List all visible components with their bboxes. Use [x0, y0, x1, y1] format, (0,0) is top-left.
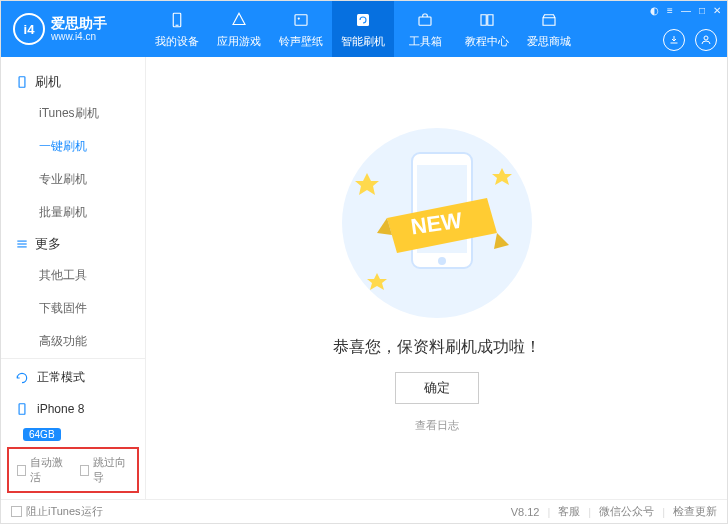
toolbox-icon [415, 10, 435, 30]
book-icon [477, 10, 497, 30]
phone-icon [167, 10, 187, 30]
success-message: 恭喜您，保资料刷机成功啦！ [333, 337, 541, 358]
svg-rect-5 [419, 17, 431, 25]
version-label: V8.12 [511, 506, 540, 518]
sidebar-item-pro-flash[interactable]: 专业刷机 [1, 163, 145, 196]
sidebar-item-batch-flash[interactable]: 批量刷机 [1, 196, 145, 229]
window-controls: ◐ ≡ — □ ✕ [650, 5, 721, 16]
nav-flash[interactable]: 智能刷机 [332, 1, 394, 57]
svg-rect-2 [295, 14, 307, 25]
maximize-icon[interactable]: □ [699, 5, 705, 16]
success-illustration: NEW [337, 123, 537, 323]
nav-ringtones[interactable]: 铃声壁纸 [270, 1, 332, 57]
view-log-link[interactable]: 查看日志 [415, 418, 459, 433]
svg-point-18 [438, 257, 446, 265]
sidebar: 刷机 iTunes刷机 一键刷机 专业刷机 批量刷机 更多 其他工具 下载固件 … [1, 57, 146, 499]
nav-apps[interactable]: 应用游戏 [208, 1, 270, 57]
sidebar-item-advanced[interactable]: 高级功能 [1, 325, 145, 358]
nav-store[interactable]: 爱思商城 [518, 1, 580, 57]
user-button[interactable] [695, 29, 717, 51]
skin-icon[interactable]: ◐ [650, 5, 659, 16]
app-subtitle: www.i4.cn [51, 31, 107, 43]
app-title: 爱思助手 [51, 15, 107, 32]
phone-icon [15, 402, 29, 416]
svg-rect-4 [357, 14, 369, 26]
nav-toolbox[interactable]: 工具箱 [394, 1, 456, 57]
menu-icon[interactable]: ≡ [667, 5, 673, 16]
svg-rect-11 [19, 404, 25, 415]
storage-badge: 64GB [23, 428, 61, 441]
mode-selector[interactable]: 正常模式 [1, 359, 145, 396]
checkbox-auto-activate[interactable]: 自动激活 [17, 455, 66, 485]
close-icon[interactable]: ✕ [713, 5, 721, 16]
status-bar: 阻止iTunes运行 V8.12 | 客服 | 微信公众号 | 检查更新 [1, 499, 727, 523]
nav-tutorial[interactable]: 教程中心 [456, 1, 518, 57]
sidebar-item-download-firmware[interactable]: 下载固件 [1, 292, 145, 325]
checkbox-block-itunes[interactable]: 阻止iTunes运行 [11, 504, 103, 519]
bottom-checks: 自动激活 跳过向导 [7, 447, 139, 493]
main-content: NEW 恭喜您，保资料刷机成功啦！ 确定 查看日志 [146, 57, 727, 499]
refresh-icon [353, 10, 373, 30]
checkbox-skip-guide[interactable]: 跳过向导 [80, 455, 129, 485]
wechat-link[interactable]: 微信公众号 [599, 504, 654, 519]
logo-icon: i4 [13, 13, 45, 45]
apps-icon [229, 10, 249, 30]
device-selector[interactable]: iPhone 8 [1, 396, 145, 426]
sidebar-item-oneclick-flash[interactable]: 一键刷机 [1, 130, 145, 163]
refresh-icon [15, 371, 29, 385]
download-button[interactable] [663, 29, 685, 51]
sidebar-group-more: 更多 [1, 229, 145, 259]
image-icon [291, 10, 311, 30]
sidebar-item-itunes-flash[interactable]: iTunes刷机 [1, 97, 145, 130]
app-header: i4 爱思助手 www.i4.cn 我的设备 应用游戏 铃声壁纸 智能刷机 工具… [1, 1, 727, 57]
update-link[interactable]: 检查更新 [673, 504, 717, 519]
svg-rect-7 [19, 77, 25, 88]
ok-button[interactable]: 确定 [395, 372, 479, 404]
main-nav: 我的设备 应用游戏 铃声壁纸 智能刷机 工具箱 教程中心 爱思商城 [146, 1, 580, 57]
minimize-icon[interactable]: — [681, 5, 691, 16]
nav-my-device[interactable]: 我的设备 [146, 1, 208, 57]
store-icon [539, 10, 559, 30]
sidebar-item-other-tools[interactable]: 其他工具 [1, 259, 145, 292]
svg-point-3 [298, 17, 300, 19]
logo: i4 爱思助手 www.i4.cn [1, 13, 146, 45]
sidebar-group-flash: 刷机 [1, 67, 145, 97]
support-link[interactable]: 客服 [558, 504, 580, 519]
svg-point-6 [704, 36, 708, 40]
